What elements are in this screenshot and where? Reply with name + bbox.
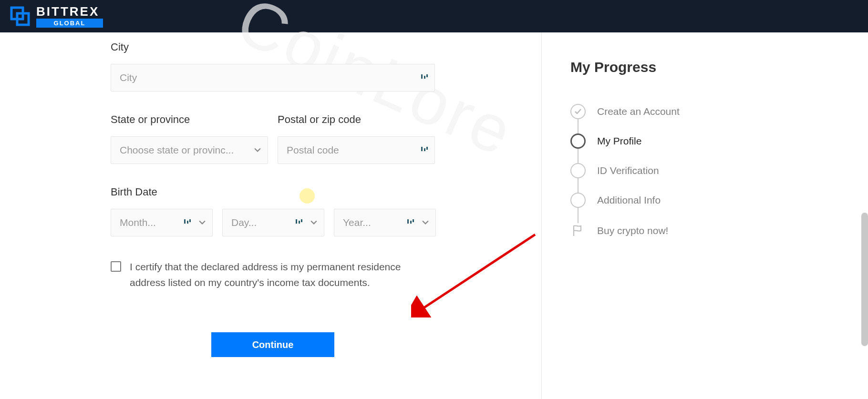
svg-rect-9 (187, 221, 188, 224)
chevron-down-icon (199, 219, 206, 226)
flag-icon (570, 223, 586, 238)
city-input[interactable] (111, 64, 435, 92)
svg-rect-11 (296, 219, 297, 224)
birth-month-select[interactable]: Month... (111, 209, 213, 236)
brand-accent: X (90, 4, 99, 19)
birth-day-select[interactable]: Day... (222, 209, 324, 236)
svg-rect-14 (407, 219, 409, 224)
circle-icon (570, 133, 586, 149)
progress-list: Create an Account My Profile ID Verifica… (570, 104, 868, 238)
check-icon (574, 108, 582, 115)
state-placeholder: Choose state or provinc... (120, 144, 249, 156)
svg-rect-10 (189, 219, 191, 222)
certify-text: I certify that the declared address is m… (130, 259, 435, 290)
circle-icon (570, 193, 586, 208)
progress-step-my-profile: My Profile (570, 133, 868, 149)
connector (578, 149, 579, 163)
day-placeholder: Day... (231, 217, 295, 228)
chevron-down-icon (422, 219, 429, 226)
continue-button[interactable]: Continue (211, 332, 334, 357)
progress-label: Buy crypto now! (597, 225, 668, 236)
progress-step-additional-info: Additional Info (570, 193, 868, 208)
postal-label: Postal or zip code (278, 113, 435, 126)
city-label: City (111, 41, 541, 53)
svg-rect-13 (301, 219, 302, 222)
state-label: State or province (111, 113, 268, 126)
chevron-down-icon (254, 147, 261, 153)
connector (578, 119, 579, 133)
state-select[interactable]: Choose state or provinc... (111, 136, 268, 164)
birthdate-label: Birth Date (111, 186, 541, 198)
logo[interactable]: BITTREX GLOBAL (9, 5, 103, 28)
profile-form: City State or province Choose state or p… (0, 32, 541, 399)
sidebar-title: My Progress (570, 59, 868, 75)
keylock-icon (407, 219, 414, 226)
check-circle-icon (570, 104, 586, 119)
month-placeholder: Month... (120, 217, 184, 228)
circle-icon (570, 163, 586, 178)
scrollbar-thumb[interactable] (861, 213, 868, 346)
keylock-icon (295, 219, 303, 226)
svg-rect-15 (410, 221, 412, 224)
connector (578, 178, 579, 193)
app-header: BITTREX GLOBAL (0, 0, 868, 32)
postal-input[interactable] (278, 136, 435, 164)
birth-year-select[interactable]: Year... (334, 209, 436, 236)
progress-step-buy-crypto: Buy crypto now! (570, 223, 868, 238)
logo-text-wrap: BITTREX GLOBAL (36, 5, 103, 28)
bittrex-logo-icon (9, 5, 31, 28)
logo-sub: GLOBAL (36, 19, 103, 28)
progress-step-id-verification: ID Verification (570, 163, 868, 178)
progress-label: My Profile (597, 135, 641, 147)
progress-label: Additional Info (597, 194, 661, 206)
progress-step-create-account: Create an Account (570, 104, 868, 119)
progress-sidebar: My Progress Create an Account My Profile… (541, 32, 868, 399)
keylock-icon (184, 219, 191, 226)
progress-label: Create an Account (597, 106, 680, 117)
svg-rect-16 (413, 219, 414, 222)
svg-rect-12 (299, 221, 300, 224)
chevron-down-icon (310, 219, 317, 226)
svg-rect-8 (184, 219, 186, 224)
logo-text: BITTREX (36, 5, 99, 18)
content: City State or province Choose state or p… (0, 32, 868, 399)
certify-checkbox[interactable] (111, 261, 121, 272)
progress-label: ID Verification (597, 165, 659, 176)
year-placeholder: Year... (343, 217, 407, 228)
brand-main: BITTRE (36, 4, 90, 19)
